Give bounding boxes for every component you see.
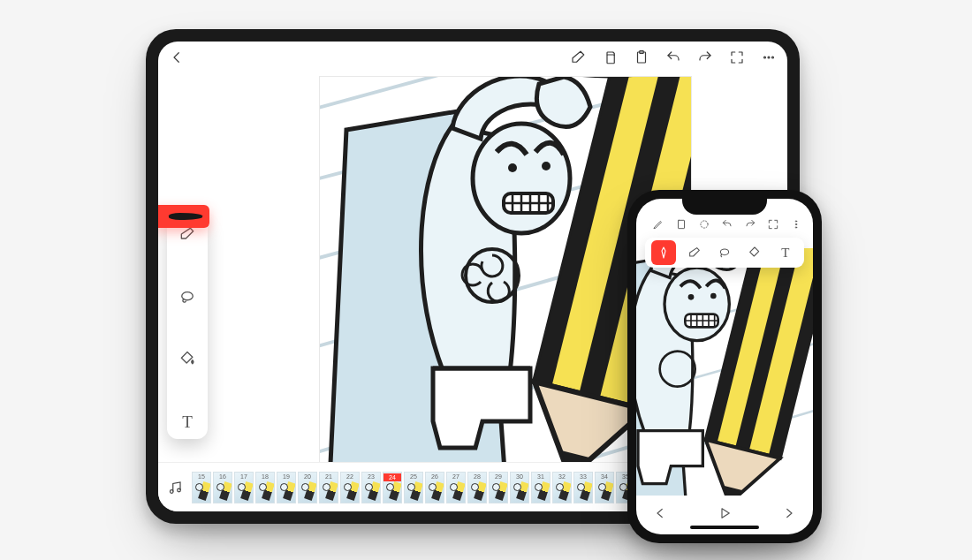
frame-thumb[interactable]: 22	[340, 472, 360, 503]
frame-thumb[interactable]: 18	[255, 472, 275, 503]
undo-icon[interactable]	[721, 218, 733, 234]
play-icon[interactable]	[717, 505, 733, 525]
frame-thumb[interactable]: 20	[298, 472, 317, 503]
paste-icon[interactable]	[634, 49, 649, 69]
frame-thumb[interactable]: 34	[595, 472, 614, 503]
redo-icon[interactable]	[744, 218, 756, 234]
iphone-top-toolbar	[636, 215, 813, 238]
frame-thumb[interactable]: 19	[277, 472, 296, 503]
svg-point-38	[795, 227, 796, 228]
fullscreen-icon[interactable]	[767, 218, 779, 234]
iphone-canvas[interactable]	[636, 248, 813, 496]
more-icon[interactable]	[761, 49, 777, 69]
svg-point-46	[664, 268, 729, 341]
svg-point-3	[764, 57, 766, 58]
frame-thumb[interactable]: 29	[489, 472, 508, 503]
frame-thumb[interactable]: 33	[573, 472, 593, 503]
undo-icon[interactable]	[665, 49, 681, 69]
svg-point-37	[795, 223, 796, 224]
iphone-device: T	[627, 190, 822, 543]
svg-point-36	[795, 221, 796, 222]
frame-thumb[interactable]: 15	[192, 472, 211, 503]
pen-tool[interactable]	[651, 240, 676, 265]
back-button[interactable]	[169, 49, 185, 69]
artwork	[636, 248, 813, 496]
ipad-top-toolbar	[158, 42, 787, 77]
ipad-tool-panel: T	[167, 218, 208, 439]
pen-tool-active[interactable]	[158, 205, 209, 228]
svg-point-35	[701, 221, 708, 228]
more-icon[interactable]	[790, 218, 802, 234]
frame-thumb[interactable]: 21	[319, 472, 338, 503]
frame-thumb[interactable]: 24	[383, 472, 402, 503]
svg-point-15	[508, 163, 517, 172]
redo-icon[interactable]	[697, 49, 713, 69]
svg-point-48	[710, 293, 717, 299]
iphone-transport	[636, 496, 813, 534]
pencil-icon[interactable]	[652, 218, 664, 234]
fill-tool[interactable]	[178, 350, 196, 371]
audio-icon[interactable]	[167, 480, 183, 496]
frame-thumb[interactable]: 17	[234, 472, 254, 503]
prev-frame-icon[interactable]	[652, 505, 668, 525]
iphone-tool-panel: T	[645, 238, 804, 268]
frame-thumb[interactable]: 28	[467, 472, 487, 503]
frame-thumb[interactable]: 25	[404, 472, 423, 503]
frame-thumb[interactable]: 27	[446, 472, 466, 503]
shape-icon[interactable]	[698, 218, 710, 234]
page-icon[interactable]	[675, 218, 687, 234]
lasso-tool[interactable]	[712, 240, 737, 265]
copy-icon[interactable]	[602, 49, 618, 69]
frame-thumb[interactable]: 32	[552, 472, 572, 503]
iphone-screen: T	[636, 199, 813, 534]
frame-thumb[interactable]: 16	[213, 472, 232, 503]
svg-point-14	[473, 124, 570, 233]
svg-point-5	[772, 57, 774, 58]
svg-point-16	[542, 162, 551, 170]
text-tool[interactable]: T	[182, 412, 193, 432]
eraser-tool[interactable]	[682, 240, 707, 265]
fullscreen-icon[interactable]	[729, 49, 745, 69]
eraser-tool[interactable]	[178, 225, 196, 246]
eraser-icon[interactable]	[570, 49, 586, 69]
svg-point-32	[170, 489, 173, 493]
svg-point-33	[178, 488, 181, 492]
fill-tool[interactable]	[742, 240, 767, 265]
svg-point-4	[768, 57, 770, 58]
frame-thumb[interactable]: 26	[425, 472, 444, 503]
frame-thumb[interactable]: 30	[510, 472, 529, 503]
text-tool[interactable]: T	[773, 240, 798, 265]
svg-rect-0	[607, 55, 614, 64]
lasso-tool[interactable]	[178, 288, 196, 309]
svg-point-47	[688, 294, 695, 300]
frame-thumb[interactable]: 31	[531, 472, 551, 503]
svg-rect-34	[679, 220, 685, 228]
next-frame-icon[interactable]	[781, 505, 797, 525]
frame-thumb[interactable]: 23	[361, 472, 381, 503]
home-indicator	[690, 526, 759, 529]
